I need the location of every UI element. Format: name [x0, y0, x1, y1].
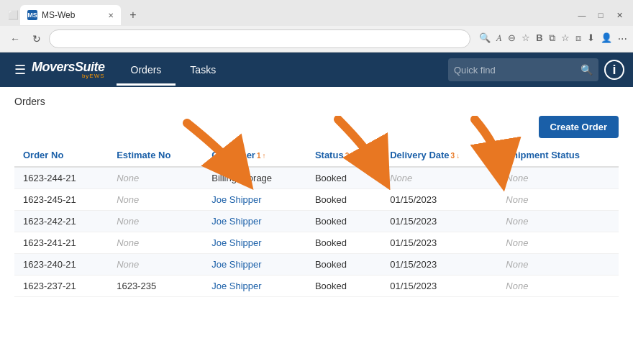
bookmark-icon[interactable]: ☆ — [561, 32, 570, 45]
table-cell: 1623-245-21 — [14, 189, 108, 211]
table-cell: 1623-241-21 — [14, 232, 108, 254]
table-cell: None — [497, 232, 619, 254]
download-icon[interactable]: ⬇ — [587, 32, 595, 45]
table-row[interactable]: 1623-244-21NoneBilling StorageBookedNone… — [14, 167, 619, 189]
delivery-sort-arrow: 3 — [451, 152, 455, 160]
table-cell: Booked — [306, 211, 381, 232]
table-cell[interactable]: Joe Shipper — [203, 254, 306, 276]
table-cell[interactable]: Joe Shipper — [203, 189, 306, 211]
table-cell: None — [497, 276, 619, 297]
extensions-icon[interactable]: ⧉ — [549, 32, 555, 45]
read-aloud-icon[interactable]: 𝐴 — [496, 32, 502, 45]
tab-close-button[interactable]: ✕ — [108, 12, 114, 19]
table-cell: Booked — [306, 254, 381, 276]
address-bar-icons: 🔍 𝐴 ⊖ ☆ B ⧉ ☆ ⧈ ⬇ 👤 ··· — [479, 32, 627, 45]
col-shipment-status[interactable]: Shipment Status — [497, 144, 619, 167]
refresh-button[interactable]: ↻ — [27, 29, 46, 48]
col-delivery-date[interactable]: Delivery Date3↓ — [381, 144, 497, 167]
tab-favicon: MS — [27, 10, 37, 20]
content-wrap: Create Order Order No Estimate No Custom… — [14, 116, 619, 297]
address-bar[interactable] — [49, 29, 470, 48]
collections-icon[interactable]: ⧈ — [575, 32, 581, 45]
logo-main: MoversSuite — [32, 60, 105, 73]
table-cell: 1623-240-21 — [14, 254, 108, 276]
table-cell: Booked — [306, 232, 381, 254]
back-button[interactable]: ← — [6, 29, 24, 48]
minimize-button[interactable]: — — [574, 7, 590, 23]
table-cell: Billing Storage — [203, 167, 306, 189]
zoom-icon[interactable]: ⊖ — [508, 32, 516, 45]
table-cell: 01/15/2023 — [381, 232, 497, 254]
table-row[interactable]: 1623-241-21NoneJoe ShipperBooked01/15/20… — [14, 232, 619, 254]
logo: MoversSuite byEWS — [32, 60, 105, 79]
col-status[interactable]: Status2↑ — [306, 144, 381, 167]
table-cell: None — [497, 189, 619, 211]
table-cell: None — [108, 254, 203, 276]
info-button[interactable]: i — [604, 60, 624, 80]
table-cell: None — [108, 232, 203, 254]
table-cell: None — [108, 167, 203, 189]
customer-sort-arrow: 1 — [257, 152, 261, 160]
table-cell: None — [108, 211, 203, 232]
table-cell: 1623-235 — [108, 276, 203, 297]
col-customer[interactable]: Customer1↑ — [203, 144, 306, 167]
col-order-no[interactable]: Order No — [14, 144, 108, 167]
maximize-button[interactable]: □ — [593, 7, 609, 23]
table-cell: None — [497, 211, 619, 232]
table-cell: Booked — [306, 189, 381, 211]
nav-orders[interactable]: Orders — [117, 54, 176, 86]
search-icon[interactable]: 🔍 — [479, 32, 491, 45]
main-content: Orders Create Order — [0, 87, 633, 306]
table-cell[interactable]: Joe Shipper — [203, 211, 306, 232]
quick-find-input[interactable] — [454, 65, 575, 76]
table-cell: 01/15/2023 — [381, 276, 497, 297]
table-row[interactable]: 1623-240-21NoneJoe ShipperBooked01/15/20… — [14, 254, 619, 276]
delivery-sort-dir: ↓ — [456, 152, 460, 160]
table-cell: None — [381, 167, 497, 189]
table-cell: None — [497, 167, 619, 189]
table-header: Order No Estimate No Customer1↑ Status2↑… — [14, 144, 619, 167]
status-sort-arrow: 2 — [345, 152, 350, 160]
toolbar-row: Create Order — [14, 116, 619, 138]
customer-sort-dir: ↑ — [263, 152, 266, 160]
nav-tasks[interactable]: Tasks — [176, 54, 230, 86]
col-estimate-no[interactable]: Estimate No — [108, 144, 203, 167]
table-row[interactable]: 1623-237-211623-235Joe ShipperBooked01/1… — [14, 276, 619, 297]
table-cell[interactable]: Joe Shipper — [203, 276, 306, 297]
quick-find-search[interactable]: 🔍 — [448, 58, 598, 81]
table-cell: 01/15/2023 — [381, 254, 497, 276]
app-nav: ☰ MoversSuite byEWS Orders Tasks 🔍 i — [0, 53, 633, 87]
table-cell: None — [497, 254, 619, 276]
tab-bar: ⬜ MS MS-Web ✕ + — □ ✕ — [0, 0, 633, 26]
profile-icon[interactable]: 👤 — [601, 32, 612, 45]
new-tab-button[interactable]: + — [124, 6, 142, 24]
favorites-icon[interactable]: ☆ — [522, 32, 530, 45]
table-cell: 01/15/2023 — [381, 211, 497, 232]
table-row[interactable]: 1623-245-21NoneJoe ShipperBooked01/15/20… — [14, 189, 619, 211]
tab-title: MS-Web — [42, 10, 75, 20]
table-row[interactable]: 1623-242-21NoneJoe ShipperBooked01/15/20… — [14, 211, 619, 232]
table-cell: None — [108, 189, 203, 211]
table-cell[interactable]: Joe Shipper — [203, 232, 306, 254]
table-cell: Booked — [306, 167, 381, 189]
search-submit-button[interactable]: 🔍 — [580, 64, 593, 76]
table-cell: 1623-244-21 — [14, 167, 108, 189]
table-cell: 1623-237-21 — [14, 276, 108, 297]
create-order-button[interactable]: Create Order — [539, 116, 619, 138]
window-controls: — □ ✕ — [574, 7, 627, 23]
sidebar-toggle-btn[interactable]: ⬜ — [6, 8, 20, 22]
status-sort-dir: ↑ — [350, 152, 354, 160]
active-tab[interactable]: MS MS-Web ✕ — [20, 5, 121, 25]
hamburger-button[interactable]: ☰ — [9, 59, 32, 81]
more-options-button[interactable]: ··· — [618, 32, 627, 45]
orders-table-body: 1623-244-21NoneBilling StorageBookedNone… — [14, 167, 619, 297]
table-cell: 01/15/2023 — [381, 189, 497, 211]
close-window-button[interactable]: ✕ — [611, 7, 627, 23]
logo-sub: byEWS — [32, 73, 105, 79]
orders-table: Order No Estimate No Customer1↑ Status2↑… — [14, 144, 619, 297]
address-bar-row: ← ↻ 🔍 𝐴 ⊖ ☆ B ⧉ ☆ ⧈ ⬇ 👤 ··· — [0, 26, 633, 52]
page-title: Orders — [14, 96, 619, 107]
table-cell: Booked — [306, 276, 381, 297]
table-cell: 1623-242-21 — [14, 211, 108, 232]
bold-icon[interactable]: B — [536, 32, 542, 45]
